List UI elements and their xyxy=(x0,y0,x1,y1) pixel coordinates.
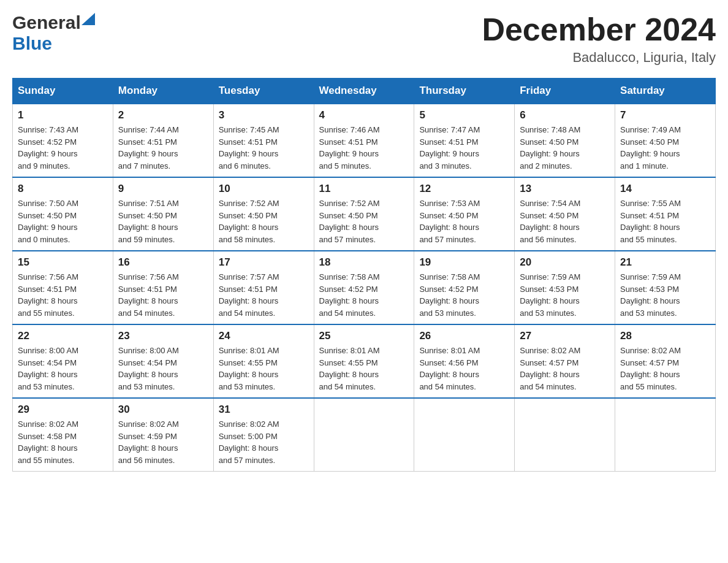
day-info: Sunrise: 8:01 AM Sunset: 4:55 PM Dayligh… xyxy=(319,345,409,393)
calendar-cell: 18 Sunrise: 7:58 AM Sunset: 4:52 PM Dayl… xyxy=(314,251,414,324)
month-title: December 2024 xyxy=(482,12,716,47)
calendar-cell: 6 Sunrise: 7:48 AM Sunset: 4:50 PM Dayli… xyxy=(515,104,615,177)
day-info: Sunrise: 7:52 AM Sunset: 4:50 PM Dayligh… xyxy=(319,197,409,245)
day-number: 26 xyxy=(419,330,509,342)
title-section: December 2024 Badalucco, Liguria, Italy xyxy=(482,12,716,66)
calendar-cell: 3 Sunrise: 7:45 AM Sunset: 4:51 PM Dayli… xyxy=(213,104,314,177)
svg-marker-0 xyxy=(82,13,95,25)
day-info: Sunrise: 7:49 AM Sunset: 4:50 PM Dayligh… xyxy=(620,124,710,172)
day-number: 15 xyxy=(18,256,108,269)
calendar-cell xyxy=(314,398,414,472)
calendar-cell: 4 Sunrise: 7:46 AM Sunset: 4:51 PM Dayli… xyxy=(314,104,414,177)
day-info: Sunrise: 7:48 AM Sunset: 4:50 PM Dayligh… xyxy=(520,124,610,172)
header-sunday: Sunday xyxy=(13,79,113,104)
day-info: Sunrise: 8:02 AM Sunset: 4:59 PM Dayligh… xyxy=(118,418,208,466)
day-info: Sunrise: 8:00 AM Sunset: 4:54 PM Dayligh… xyxy=(18,345,108,393)
calendar-week-5: 29 Sunrise: 8:02 AM Sunset: 4:58 PM Dayl… xyxy=(13,398,716,472)
day-info: Sunrise: 7:57 AM Sunset: 4:51 PM Dayligh… xyxy=(219,271,309,319)
calendar-week-3: 15 Sunrise: 7:56 AM Sunset: 4:51 PM Dayl… xyxy=(13,251,716,324)
day-info: Sunrise: 8:01 AM Sunset: 4:55 PM Dayligh… xyxy=(219,345,309,393)
day-info: Sunrise: 7:56 AM Sunset: 4:51 PM Dayligh… xyxy=(118,271,208,319)
day-number: 29 xyxy=(18,404,108,416)
calendar-cell: 23 Sunrise: 8:00 AM Sunset: 4:54 PM Dayl… xyxy=(113,324,213,398)
day-number: 28 xyxy=(620,330,710,342)
calendar-cell: 26 Sunrise: 8:01 AM Sunset: 4:56 PM Dayl… xyxy=(414,324,515,398)
header-tuesday: Tuesday xyxy=(213,79,314,104)
day-number: 31 xyxy=(219,404,309,416)
calendar-cell: 20 Sunrise: 7:59 AM Sunset: 4:53 PM Dayl… xyxy=(515,251,615,324)
day-number: 23 xyxy=(118,330,208,342)
day-number: 3 xyxy=(219,109,309,121)
day-number: 13 xyxy=(520,183,610,195)
day-number: 7 xyxy=(620,109,710,121)
page-header: General Blue December 2024 Badalucco, Li… xyxy=(12,12,716,66)
day-number: 10 xyxy=(219,183,309,195)
calendar-cell: 7 Sunrise: 7:49 AM Sunset: 4:50 PM Dayli… xyxy=(615,104,716,177)
day-number: 5 xyxy=(419,109,509,121)
location-text: Badalucco, Liguria, Italy xyxy=(482,50,716,66)
calendar-cell xyxy=(615,398,716,472)
day-info: Sunrise: 8:01 AM Sunset: 4:56 PM Dayligh… xyxy=(419,345,509,393)
day-number: 6 xyxy=(520,109,610,121)
calendar-cell: 28 Sunrise: 8:02 AM Sunset: 4:57 PM Dayl… xyxy=(615,324,716,398)
calendar-cell: 21 Sunrise: 7:59 AM Sunset: 4:53 PM Dayl… xyxy=(615,251,716,324)
calendar-cell: 9 Sunrise: 7:51 AM Sunset: 4:50 PM Dayli… xyxy=(113,177,213,251)
calendar-week-2: 8 Sunrise: 7:50 AM Sunset: 4:50 PM Dayli… xyxy=(13,177,716,251)
calendar-cell: 24 Sunrise: 8:01 AM Sunset: 4:55 PM Dayl… xyxy=(213,324,314,398)
day-number: 27 xyxy=(520,330,610,342)
calendar-cell: 19 Sunrise: 7:58 AM Sunset: 4:52 PM Dayl… xyxy=(414,251,515,324)
calendar-body: 1 Sunrise: 7:43 AM Sunset: 4:52 PM Dayli… xyxy=(13,104,716,472)
day-info: Sunrise: 8:02 AM Sunset: 5:00 PM Dayligh… xyxy=(219,418,309,466)
day-number: 4 xyxy=(319,109,409,121)
day-number: 17 xyxy=(219,256,309,269)
day-info: Sunrise: 7:46 AM Sunset: 4:51 PM Dayligh… xyxy=(319,124,409,172)
header-thursday: Thursday xyxy=(414,79,515,104)
calendar-cell xyxy=(414,398,515,472)
calendar-cell: 1 Sunrise: 7:43 AM Sunset: 4:52 PM Dayli… xyxy=(13,104,113,177)
day-number: 24 xyxy=(219,330,309,342)
day-number: 1 xyxy=(18,109,108,121)
day-info: Sunrise: 7:47 AM Sunset: 4:51 PM Dayligh… xyxy=(419,124,509,172)
day-info: Sunrise: 7:44 AM Sunset: 4:51 PM Dayligh… xyxy=(118,124,208,172)
calendar-cell: 13 Sunrise: 7:54 AM Sunset: 4:50 PM Dayl… xyxy=(515,177,615,251)
calendar-cell: 29 Sunrise: 8:02 AM Sunset: 4:58 PM Dayl… xyxy=(13,398,113,472)
day-info: Sunrise: 8:02 AM Sunset: 4:57 PM Dayligh… xyxy=(620,345,710,393)
calendar-cell: 22 Sunrise: 8:00 AM Sunset: 4:54 PM Dayl… xyxy=(13,324,113,398)
logo-triangle-icon xyxy=(82,13,95,25)
day-number: 14 xyxy=(620,183,710,195)
day-info: Sunrise: 7:59 AM Sunset: 4:53 PM Dayligh… xyxy=(520,271,610,319)
day-number: 20 xyxy=(520,256,610,269)
calendar-cell: 5 Sunrise: 7:47 AM Sunset: 4:51 PM Dayli… xyxy=(414,104,515,177)
day-number: 16 xyxy=(118,256,208,269)
calendar-week-1: 1 Sunrise: 7:43 AM Sunset: 4:52 PM Dayli… xyxy=(13,104,716,177)
calendar-header: Sunday Monday Tuesday Wednesday Thursday… xyxy=(13,79,716,104)
calendar-cell: 30 Sunrise: 8:02 AM Sunset: 4:59 PM Dayl… xyxy=(113,398,213,472)
day-info: Sunrise: 7:45 AM Sunset: 4:51 PM Dayligh… xyxy=(219,124,309,172)
header-saturday: Saturday xyxy=(615,79,716,104)
logo-blue-text: Blue xyxy=(12,33,52,53)
day-info: Sunrise: 7:53 AM Sunset: 4:50 PM Dayligh… xyxy=(419,197,509,245)
calendar-week-4: 22 Sunrise: 8:00 AM Sunset: 4:54 PM Dayl… xyxy=(13,324,716,398)
day-number: 30 xyxy=(118,404,208,416)
day-info: Sunrise: 7:54 AM Sunset: 4:50 PM Dayligh… xyxy=(520,197,610,245)
calendar-cell xyxy=(515,398,615,472)
day-number: 12 xyxy=(419,183,509,195)
calendar-cell: 12 Sunrise: 7:53 AM Sunset: 4:50 PM Dayl… xyxy=(414,177,515,251)
day-info: Sunrise: 7:58 AM Sunset: 4:52 PM Dayligh… xyxy=(419,271,509,319)
logo-general-text: General xyxy=(12,12,81,33)
calendar-cell: 31 Sunrise: 8:02 AM Sunset: 5:00 PM Dayl… xyxy=(213,398,314,472)
day-info: Sunrise: 8:00 AM Sunset: 4:54 PM Dayligh… xyxy=(118,345,208,393)
logo: General Blue xyxy=(12,12,95,54)
day-number: 22 xyxy=(18,330,108,342)
day-number: 21 xyxy=(620,256,710,269)
day-info: Sunrise: 8:02 AM Sunset: 4:58 PM Dayligh… xyxy=(18,418,108,466)
header-wednesday: Wednesday xyxy=(314,79,414,104)
day-number: 11 xyxy=(319,183,409,195)
day-info: Sunrise: 7:43 AM Sunset: 4:52 PM Dayligh… xyxy=(18,124,108,172)
calendar-cell: 11 Sunrise: 7:52 AM Sunset: 4:50 PM Dayl… xyxy=(314,177,414,251)
day-number: 18 xyxy=(319,256,409,269)
calendar-cell: 2 Sunrise: 7:44 AM Sunset: 4:51 PM Dayli… xyxy=(113,104,213,177)
day-info: Sunrise: 7:52 AM Sunset: 4:50 PM Dayligh… xyxy=(219,197,309,245)
day-info: Sunrise: 7:51 AM Sunset: 4:50 PM Dayligh… xyxy=(118,197,208,245)
day-info: Sunrise: 7:55 AM Sunset: 4:51 PM Dayligh… xyxy=(620,197,710,245)
